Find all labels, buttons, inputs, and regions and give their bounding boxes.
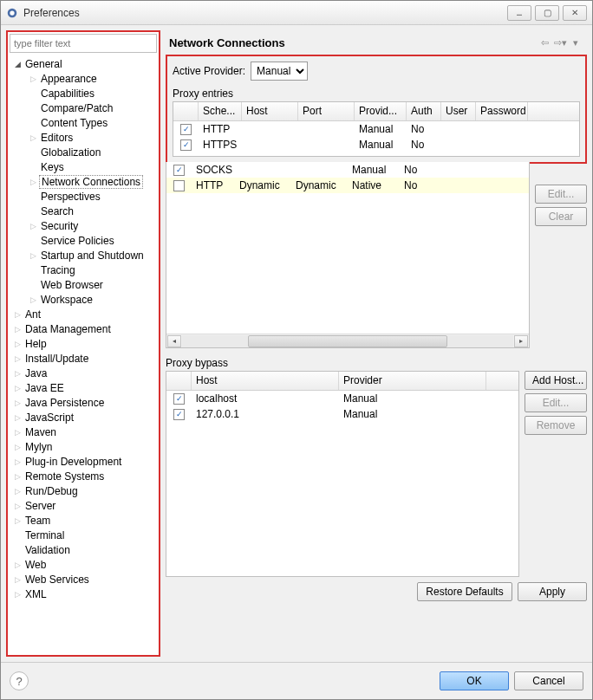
column-header[interactable]: Host [192,372,339,390]
column-header[interactable]: Password [476,102,528,120]
scroll-left-button[interactable]: ◂ [167,335,181,347]
tree-item[interactable]: ▷Network Connections [10,174,157,189]
bypass-side-buttons: Add Host... Edit... Remove [525,371,587,577]
tree-item[interactable]: ▷Ant [10,307,157,321]
column-header[interactable]: Host [242,102,298,120]
tree-item[interactable]: ▷Team [10,513,157,528]
active-provider-combo[interactable]: Manual [251,62,308,81]
minimize-button[interactable]: ⎽ [507,5,531,21]
proxy-table-lower[interactable]: ✓SOCKSManualNoHTTPDynamicDynamicNativeNo… [166,162,530,348]
tree-item[interactable]: Tracing [10,262,157,277]
tree-item[interactable]: Terminal [10,528,157,542]
checkbox[interactable]: ✓ [180,139,192,151]
table-row[interactable]: HTTPDynamicDynamicNativeNo [166,178,529,193]
back-button[interactable]: ⇦ [537,35,552,50]
tree-item[interactable]: Perspectives [10,189,157,204]
bypass-table-wrap: HostProvider ✓localhostManual✓127.0.0.1M… [166,371,519,577]
table-row[interactable]: ✓127.0.0.1Manual [166,406,518,422]
maximize-button[interactable]: ▢ [535,5,559,21]
table-cell: HTTPS [199,138,242,152]
proxy-table[interactable]: Sche...HostPortProvid...AuthUserPassword… [173,101,580,157]
clear-button[interactable]: Clear [535,207,587,226]
scroll-right-button[interactable]: ▸ [514,335,528,347]
tree-item-label: Network Connections [39,175,143,189]
tree-item[interactable]: Web Browser [10,277,157,292]
tree-item[interactable]: Search [10,204,157,218]
tree-item[interactable]: ▷Editors [10,130,157,145]
tree-item[interactable]: ▷Plug-in Development [10,454,157,469]
tree-item[interactable]: Capabilities [10,86,157,100]
tree-item[interactable]: ▷Workspace [10,292,157,307]
column-header[interactable]: User [441,102,476,120]
tree-item[interactable]: ▷Java EE [10,380,157,395]
menu-button[interactable]: ▾ [568,35,583,50]
tree-item[interactable]: ▷Web [10,557,157,572]
chevron-right-icon: ▷ [15,428,23,437]
tree-item[interactable]: Content Types [10,115,157,130]
add-host-button[interactable]: Add Host... [525,371,587,390]
table-row[interactable]: ✓HTTPManualNo [173,121,579,137]
edit-button[interactable]: Edit... [535,185,587,204]
tree-item[interactable]: ▷Maven [10,425,157,439]
tree-item[interactable]: ▷Remote Systems [10,469,157,483]
tree-item[interactable]: ▷Help [10,336,157,351]
checkbox[interactable] [173,180,185,191]
proxy-entries-lower: ✓SOCKSManualNoHTTPDynamicDynamicNativeNo… [166,162,587,348]
table-row[interactable]: ✓HTTPSManualNo [173,137,579,152]
preferences-tree[interactable]: ◢General▷AppearanceCapabilitiesCompare/P… [10,56,157,653]
close-button[interactable]: ✕ [563,5,587,21]
cancel-button[interactable]: Cancel [514,671,583,690]
edit-host-button[interactable]: Edit... [525,393,587,412]
column-header[interactable]: Auth [407,102,441,120]
tree-item[interactable]: Validation [10,542,157,557]
tree-item[interactable]: ◢General [10,56,157,71]
proxy-table-body: ✓HTTPManualNo✓HTTPSManualNo [173,121,579,152]
checkbox[interactable]: ✓ [173,409,185,420]
tree-item[interactable]: ▷Startup and Shutdown [10,248,157,262]
filter-input[interactable] [10,34,157,53]
restore-defaults-button[interactable]: Restore Defaults [417,582,512,601]
horizontal-scrollbar[interactable]: ◂ ▸ [166,334,529,347]
tree-item-label: Service Policies [39,235,116,247]
tree-item[interactable]: ▷XML [10,587,157,601]
tree-item[interactable]: Globalization [10,145,157,159]
proxy-side-buttons: Edit... Clear [535,162,587,348]
ok-button[interactable]: OK [440,671,509,690]
tree-item[interactable]: ▷Web Services [10,572,157,587]
remove-host-button[interactable]: Remove [525,416,587,435]
chevron-right-icon: ▷ [30,222,39,230]
tree-item[interactable]: ▷Java Persistence [10,395,157,410]
column-header[interactable]: Port [298,102,355,120]
tree-item-label: Validation [23,544,72,556]
proxy-entries-label: Proxy entries [173,88,580,100]
table-row[interactable]: ✓localhostManual [166,391,518,406]
column-header[interactable]: Provid... [355,102,407,120]
tree-item[interactable]: ▷Security [10,218,157,233]
apply-button[interactable]: Apply [518,582,587,601]
tree-item[interactable]: Service Policies [10,233,157,248]
tree-item[interactable]: ▷JavaScript [10,410,157,425]
tree-item[interactable]: ▷Appearance [10,71,157,86]
column-header[interactable]: Sche... [199,102,242,120]
tree-item[interactable]: Keys [10,159,157,174]
tree-item[interactable]: ▷Server [10,498,157,513]
checkbox[interactable]: ✓ [180,124,192,135]
active-provider-label: Active Provider: [173,65,245,77]
tree-item[interactable]: ▷Mylyn [10,439,157,454]
checkbox[interactable]: ✓ [173,165,185,176]
table-row[interactable]: ✓SOCKSManualNo [166,162,529,178]
forward-button[interactable]: ⇨▾ [552,35,568,50]
tree-item[interactable]: ▷Java [10,366,157,380]
chevron-right-icon: ▷ [15,487,23,496]
tree-item[interactable]: ▷Install/Update [10,351,157,366]
scroll-thumb[interactable] [248,335,446,347]
tree-item[interactable]: Compare/Patch [10,100,157,115]
bypass-table[interactable]: HostProvider ✓localhostManual✓127.0.0.1M… [166,371,519,577]
tree-item[interactable]: ▷Run/Debug [10,483,157,498]
help-icon[interactable]: ? [10,671,29,690]
tree-item-label: Web Browser [39,279,105,291]
scroll-track[interactable] [182,335,513,347]
tree-item[interactable]: ▷Data Management [10,321,157,336]
checkbox[interactable]: ✓ [173,393,185,405]
column-header[interactable]: Provider [339,372,486,390]
